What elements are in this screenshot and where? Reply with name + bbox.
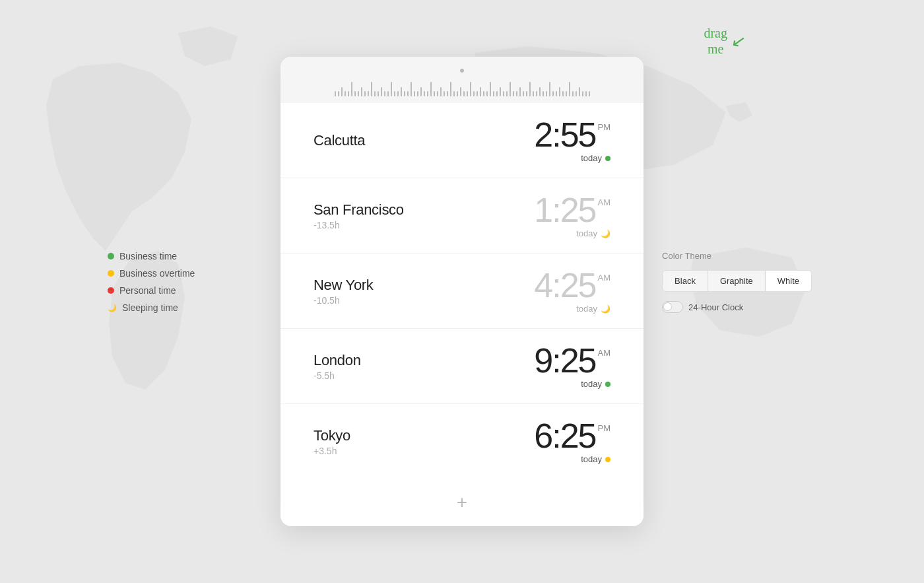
time-info-new-york: 4:25 AM today 🌙 bbox=[534, 268, 610, 314]
tick bbox=[361, 87, 362, 96]
tick bbox=[430, 82, 432, 96]
tick bbox=[529, 82, 531, 96]
tick bbox=[335, 91, 336, 96]
tick bbox=[500, 87, 501, 96]
tick bbox=[566, 91, 567, 96]
legend-business-overtime: Business overtime bbox=[108, 268, 195, 279]
tick bbox=[417, 91, 418, 96]
tick bbox=[549, 82, 550, 96]
tick bbox=[354, 91, 356, 96]
city-name-tokyo: Tokyo bbox=[314, 427, 350, 444]
time-display-new-york: 4:25 AM bbox=[534, 268, 610, 302]
tick bbox=[404, 91, 405, 96]
time-number-new-york: 4:25 bbox=[534, 268, 595, 302]
legend-business-time: Business time bbox=[108, 251, 195, 261]
clock-widget: Calcutta 2:55 PM today San Francisco -13… bbox=[280, 57, 644, 526]
tick bbox=[546, 91, 547, 96]
day-label-tokyo: today bbox=[581, 454, 602, 464]
time-number-san-francisco: 1:25 bbox=[534, 193, 595, 227]
time-day-calcutta: today bbox=[581, 153, 610, 163]
time-ampm-new-york: AM bbox=[598, 273, 611, 282]
city-info-san-francisco: San Francisco -13.5h bbox=[314, 201, 404, 230]
tick bbox=[437, 91, 438, 96]
clock-row-calcutta: Calcutta 2:55 PM today bbox=[280, 103, 644, 178]
clock-24h-label: 24-Hour Clock bbox=[688, 302, 743, 312]
tick bbox=[569, 82, 570, 96]
theme-btn-white[interactable]: White bbox=[766, 271, 811, 291]
tick bbox=[440, 87, 442, 96]
tick bbox=[387, 91, 389, 96]
tick bbox=[444, 91, 445, 96]
tick bbox=[506, 91, 508, 96]
theme-buttons-group: Black Graphite White bbox=[662, 270, 812, 292]
clock-24h-toggle[interactable] bbox=[662, 301, 683, 313]
clock-list: Calcutta 2:55 PM today San Francisco -13… bbox=[280, 103, 644, 479]
tick bbox=[503, 91, 504, 96]
theme-btn-graphite[interactable]: Graphite bbox=[708, 271, 766, 291]
tick bbox=[368, 91, 369, 96]
day-label-london: today bbox=[581, 379, 602, 389]
tick bbox=[513, 91, 514, 96]
time-ampm-tokyo: PM bbox=[598, 424, 611, 432]
sleeping-moon-icon: 🌙 bbox=[108, 304, 117, 312]
city-offset-new-york: -10.5h bbox=[314, 295, 374, 306]
tick bbox=[407, 91, 409, 96]
tick bbox=[457, 91, 458, 96]
tick bbox=[510, 82, 511, 96]
tick bbox=[486, 91, 488, 96]
time-ampm-london: AM bbox=[598, 349, 611, 357]
legend: Business time Business overtime Personal… bbox=[108, 251, 195, 313]
legend-personal-time: Personal time bbox=[108, 285, 195, 296]
city-offset-tokyo: +3.5h bbox=[314, 446, 350, 456]
time-day-new-york: today 🌙 bbox=[576, 304, 610, 314]
tick bbox=[450, 82, 451, 96]
tick bbox=[434, 91, 435, 96]
tick bbox=[477, 91, 478, 96]
add-city-button[interactable]: + bbox=[280, 479, 644, 526]
status-dot-calcutta bbox=[605, 156, 610, 161]
tick bbox=[358, 91, 359, 96]
tick bbox=[556, 91, 557, 96]
tick bbox=[381, 87, 382, 96]
color-theme-panel: Color Theme Black Graphite White 24-Hour… bbox=[662, 251, 812, 313]
sleeping-time-label: Sleeping time bbox=[122, 302, 178, 313]
tick bbox=[526, 91, 527, 96]
city-name-calcutta: Calcutta bbox=[314, 132, 365, 149]
city-info-new-york: New York -10.5h bbox=[314, 277, 374, 306]
time-ampm-calcutta: PM bbox=[598, 123, 611, 131]
tick bbox=[467, 91, 468, 96]
tick bbox=[345, 91, 346, 96]
time-day-london: today bbox=[581, 379, 610, 389]
tick bbox=[516, 91, 517, 96]
tick bbox=[397, 91, 399, 96]
tick bbox=[519, 87, 521, 96]
tick bbox=[341, 87, 343, 96]
time-day-tokyo: today bbox=[581, 454, 610, 464]
status-dot-london bbox=[605, 382, 610, 387]
tick bbox=[371, 82, 372, 96]
time-ampm-san-francisco: AM bbox=[598, 198, 611, 207]
time-info-tokyo: 6:25 PM today bbox=[534, 419, 610, 464]
tick bbox=[378, 91, 379, 96]
tick bbox=[533, 91, 534, 96]
day-label-new-york: today bbox=[576, 304, 597, 314]
city-name-london: London bbox=[314, 352, 361, 369]
theme-btn-black[interactable]: Black bbox=[663, 271, 708, 291]
ruler[interactable] bbox=[280, 57, 644, 103]
tick bbox=[552, 91, 554, 96]
city-info-london: London -5.5h bbox=[314, 352, 361, 381]
legend-sleeping-time: 🌙 Sleeping time bbox=[108, 302, 195, 313]
tick bbox=[460, 87, 461, 96]
tick bbox=[559, 87, 560, 96]
tick bbox=[470, 82, 471, 96]
clock-24h-row: 24-Hour Clock bbox=[662, 301, 812, 313]
ruler-ticks bbox=[335, 77, 590, 96]
tick bbox=[427, 91, 428, 96]
status-dot-tokyo bbox=[605, 457, 610, 462]
city-offset-san-francisco: -13.5h bbox=[314, 220, 404, 230]
tick bbox=[420, 87, 422, 96]
tick bbox=[384, 91, 385, 96]
time-number-tokyo: 6:25 bbox=[534, 419, 595, 453]
moon-icon-san-francisco: 🌙 bbox=[601, 229, 610, 238]
tick bbox=[348, 91, 349, 96]
